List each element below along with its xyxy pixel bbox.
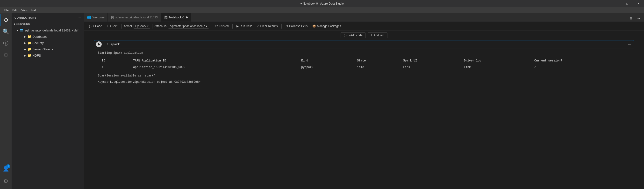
cell-id: 1 — [98, 64, 129, 70]
spark-session-text: SparkSession available as 'spark'. — [98, 74, 630, 77]
cell-spark-ui-link[interactable]: Link — [399, 64, 460, 70]
servers-label: SERVERS — [16, 23, 30, 26]
hdfs-node[interactable]: ▶ 📁 HDFS — [12, 52, 84, 59]
menu-file[interactable]: File — [2, 8, 10, 13]
hdfs-folder-icon: 📁 — [27, 53, 32, 58]
kernel-value: PySpark — [135, 25, 146, 28]
servers-section-header[interactable]: ▼ SERVERS — [12, 21, 84, 27]
add-code-button[interactable]: { } {} Add code — [340, 33, 366, 38]
add-code-icon: { } — [89, 25, 92, 28]
cell-app-id: application_1582144181105_0002 — [129, 64, 297, 70]
security-folder-icon: 📁 — [27, 41, 32, 45]
trusted-label: Trusted — [219, 25, 228, 28]
add-text-btn-label: Add text — [374, 34, 384, 37]
clear-results-button[interactable]: ◇ Clear Results — [255, 24, 280, 29]
sidebar-more-button[interactable]: ··· — [78, 16, 81, 19]
accounts-icon[interactable]: 👤 1 — [0, 163, 12, 174]
close-button[interactable]: ✕ — [633, 0, 644, 7]
notebook-toolbar: { } + Code T + Text Kernel: PySpark ▾ At… — [84, 22, 644, 31]
source-control-icon[interactable]: Ⓟ — [0, 38, 12, 49]
tab-bar: 🌐 Welcome 🗄 sqlmaster.pridelands.local,3… — [84, 13, 644, 22]
sidebar-header: CONNECTIONS ··· — [12, 13, 84, 21]
run-cells-label: Run Cells — [240, 25, 252, 28]
add-cell-bar: { } {} Add code T Add text — [94, 31, 634, 40]
cell-menu-button[interactable]: ⋯ — [627, 42, 632, 47]
cell-line-number: 1 — [104, 43, 108, 46]
col-kind: Kind — [297, 58, 353, 64]
title-bar-text: ● Notebook-0 - Azure Data Studio — [300, 2, 344, 5]
server-objects-label: Server Objects — [32, 47, 53, 51]
notebook-tab-icon: 📓 — [164, 16, 168, 19]
maximize-button[interactable]: □ — [622, 0, 633, 7]
clear-results-label: Clear Results — [260, 25, 278, 28]
manage-packages-button[interactable]: 📦 Manage Packages — [310, 24, 343, 29]
cell-output: Starting Spark application ID YARN Appli… — [94, 48, 634, 87]
collapse-cells-button[interactable]: ⊟ Collapse Cells — [284, 24, 310, 29]
table-row: 1 application_1582144181105_0002 pyspark… — [98, 64, 630, 70]
cell-code-content[interactable]: spark — [110, 43, 625, 46]
add-text-button[interactable]: T Add text — [368, 33, 388, 38]
add-text-label: + Text — [110, 25, 118, 28]
manage-packages-icon: 📦 — [312, 25, 316, 28]
tree-area: ▼ SERVERS ▼ sqlmaster.pridelands.local,3… — [12, 21, 84, 189]
servers-chevron: ▼ — [12, 22, 16, 26]
add-code-toolbar-button[interactable]: { } + Code — [87, 24, 104, 29]
search-icon[interactable]: 🔍 — [0, 26, 12, 38]
menu-help[interactable]: Help — [30, 8, 39, 13]
spark-table: ID YARN Application ID Kind State Spark … — [98, 58, 630, 70]
databases-node[interactable]: ▶ 📁 Databases — [12, 33, 84, 40]
toolbar-sep-2 — [152, 24, 152, 29]
col-yarn-app-id: YARN Application ID — [129, 58, 297, 64]
tab-welcome[interactable]: 🌐 Welcome — [84, 13, 108, 22]
run-cell-button[interactable] — [96, 41, 102, 47]
tab-sqlmaster[interactable]: 🗄 sqlmaster.pridelands.local,31433 — [108, 13, 161, 22]
security-node[interactable]: ▶ 📁 Security — [12, 40, 84, 46]
notebook-content: { } {} Add code T Add text 1 spark — [84, 31, 644, 189]
server-icon — [19, 28, 24, 33]
cell-state: idle — [353, 64, 399, 70]
notebook-modified-dot — [186, 17, 188, 18]
attach-to-label: Attach To: — [154, 25, 167, 28]
col-id: ID — [98, 58, 129, 64]
extensions-icon[interactable]: ⊞ — [0, 49, 12, 61]
hdfs-chevron: ▶ — [23, 54, 27, 57]
databases-folder-icon: 📁 — [27, 34, 32, 39]
menu-edit[interactable]: Edit — [10, 8, 19, 13]
title-bar-controls: ─ □ ✕ — [611, 0, 644, 7]
welcome-tab-label: Welcome — [92, 16, 104, 19]
cell-header: 1 spark ⋯ — [94, 40, 634, 48]
security-label: Security — [32, 41, 44, 45]
sqlmaster-tab-icon: 🗄 — [111, 16, 114, 19]
add-text-toolbar-button[interactable]: T + Text — [105, 24, 119, 29]
starting-spark-text: Starting Spark application — [98, 51, 630, 55]
activity-bar: ⊙ 🔍 Ⓟ ⊞ 👤 1 ⚙ — [0, 13, 12, 189]
add-text-icon: T — [107, 25, 108, 28]
run-cells-button[interactable]: ▶ Run Cells — [234, 24, 254, 29]
kernel-selector[interactable]: PySpark ▾ — [134, 24, 150, 29]
more-icon: ··· — [78, 16, 81, 19]
tab-notebook[interactable]: 📓 Notebook-0 — [161, 13, 191, 22]
settings-icon[interactable]: ⚙ — [0, 175, 12, 187]
attach-to-value: sqlmaster.pridelands.local,: — [170, 25, 205, 28]
connections-icon[interactable]: ⊙ — [0, 14, 12, 26]
minimize-button[interactable]: ─ — [611, 0, 622, 7]
add-code-btn-label: {} Add code — [348, 34, 362, 37]
server-node[interactable]: ▼ sqlmaster.pridelands.local,31433, <def… — [12, 27, 84, 33]
trusted-button[interactable]: 🛡 Trusted — [213, 24, 230, 29]
code-cell: 1 spark ⋯ Starting Spark application ID … — [94, 40, 634, 87]
cell-driver-log-link[interactable]: Link — [460, 64, 530, 70]
server-objects-node[interactable]: ▶ 📁 Server Objects — [12, 46, 84, 52]
accounts-badge: 1 — [6, 164, 10, 168]
databases-chevron: ▶ — [23, 35, 27, 39]
add-text-btn-icon: T — [371, 34, 372, 37]
more-tabs-button[interactable]: ··· — [635, 15, 642, 22]
databases-label: Databases — [32, 35, 47, 39]
server-label: sqlmaster.pridelands.local,31433, <defau… — [25, 29, 82, 32]
manage-packages-label: Manage Packages — [317, 25, 341, 28]
clear-results-icon: ◇ — [257, 25, 259, 28]
col-driver-log: Driver log — [460, 58, 530, 64]
attach-to-selector[interactable]: sqlmaster.pridelands.local,: ▾ — [168, 24, 209, 29]
split-editor-button[interactable]: ⊞ — [628, 15, 634, 22]
sqlmaster-tab-label: sqlmaster.pridelands.local,31433 — [116, 16, 158, 19]
menu-view[interactable]: View — [19, 8, 30, 13]
